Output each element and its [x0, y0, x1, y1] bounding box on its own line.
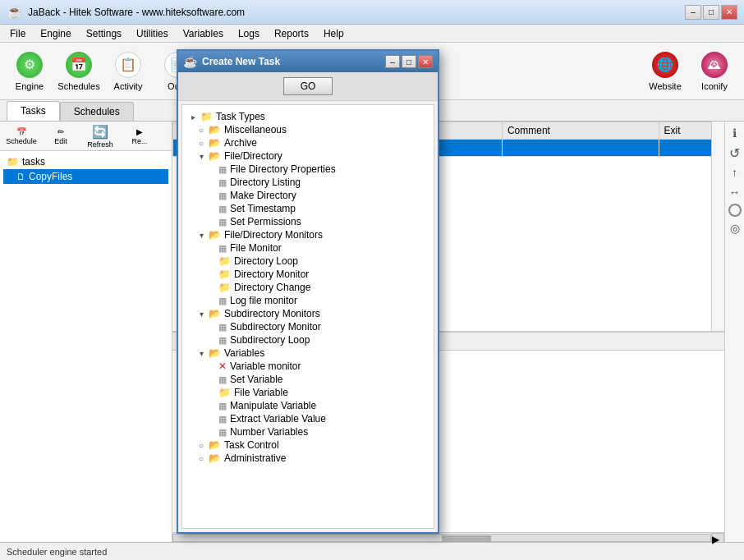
- folder-open-icon: 📂: [209, 150, 221, 162]
- tree-archive[interactable]: ○ 📂 Archive: [187, 136, 429, 149]
- expand-icon: ▸: [189, 112, 197, 122]
- tree-variable-monitor-label: Variable monitor: [230, 360, 301, 372]
- file-icon: ▦: [218, 243, 227, 254]
- file-icon: ▦: [218, 177, 227, 188]
- tree-dir-change-label: Directory Change: [234, 282, 310, 293]
- tree-file-dir-props-label: File Directory Properties: [230, 163, 336, 175]
- folder-open-icon: 📂: [209, 452, 221, 464]
- tree-file-variable[interactable]: 📁 File Variable: [187, 386, 429, 399]
- expand-icon: ○: [197, 441, 205, 450]
- tree-make-dir[interactable]: ▦ Make Directory: [187, 189, 429, 202]
- tree-manipulate-var-label: Manipulate Variable: [230, 400, 316, 411]
- tree-log-monitor[interactable]: ▦ Log file monitor: [187, 294, 429, 307]
- tree-number-vars-label: Number Variables: [230, 426, 308, 438]
- tree-subdir-monitors-label: Subdirectory Monitors: [224, 308, 320, 319]
- modal-title-text: Create New Task: [202, 56, 280, 67]
- file-icon: ▦: [218, 217, 227, 227]
- folder-open-icon: 📂: [209, 137, 221, 149]
- tree-set-timestamp[interactable]: ▦ Set Timestamp: [187, 202, 429, 215]
- folder-open-icon: 📂: [209, 308, 221, 319]
- tree-subdir-monitors[interactable]: ▾ 📂 Subdirectory Monitors: [187, 307, 429, 320]
- modal-title-left: ☕ Create New Task: [183, 55, 280, 68]
- file-yellow-icon: 📁: [218, 387, 231, 398]
- tree-extract-var-label: Extract Variable Value: [230, 413, 326, 425]
- tree-dir-loop[interactable]: 📁 Directory Loop: [187, 255, 429, 268]
- file-yellow-icon: 📁: [218, 255, 231, 267]
- tree-dir-monitor[interactable]: 📁 Directory Monitor: [187, 268, 429, 281]
- tree-subdir-monitor[interactable]: ▦ Subdirectory Monitor: [187, 320, 429, 333]
- folder-open-icon: 📂: [209, 229, 221, 241]
- tree-file-dir-props[interactable]: ▦ File Directory Properties: [187, 163, 429, 176]
- tree-set-variable-label: Set Variable: [230, 374, 282, 385]
- expand-icon: ▾: [197, 349, 205, 358]
- modal-java-icon: ☕: [183, 55, 197, 68]
- file-icon: ▦: [218, 374, 227, 385]
- expand-icon: ○: [197, 139, 205, 148]
- expand-icon: ▾: [197, 310, 205, 319]
- file-icon: ▦: [218, 322, 227, 333]
- tree-file-directory[interactable]: ▾ 📂 File/Directory: [187, 149, 429, 163]
- tree-extract-var[interactable]: ▦ Extract Variable Value: [187, 412, 429, 425]
- tree-variables-label: Variables: [224, 347, 264, 359]
- expand-icon: ○: [197, 454, 205, 463]
- modal-close-btn[interactable]: ✕: [418, 55, 433, 68]
- expand-icon: ▾: [197, 231, 205, 240]
- tree-administrative[interactable]: ○ 📂 Administrative: [187, 452, 429, 465]
- tree-dir-listing-label: Directory Listing: [230, 177, 301, 188]
- file-yellow-icon: 📁: [218, 269, 231, 280]
- tree-task-control-label: Task Control: [224, 439, 279, 451]
- modal-tree[interactable]: ▸ 📁 Task Types ○ 📂 Miscellaneous ○ 📂 Arc…: [181, 104, 434, 529]
- tree-variable-monitor[interactable]: ✕ Variable monitor: [187, 360, 429, 373]
- go-button[interactable]: GO: [283, 77, 333, 95]
- file-icon: ▦: [218, 335, 227, 346]
- tree-subdir-loop[interactable]: ▦ Subdirectory Loop: [187, 333, 429, 347]
- folder-open-icon: 📂: [209, 347, 221, 359]
- file-yellow-icon: 📁: [218, 282, 231, 293]
- expand-icon: ▾: [197, 152, 205, 161]
- tree-file-monitor[interactable]: ▦ File Monitor: [187, 241, 429, 255]
- modal-title-bar: ☕ Create New Task – □ ✕: [178, 51, 438, 72]
- tree-file-monitor-label: File Monitor: [230, 242, 282, 254]
- modal-overlay: ☕ Create New Task – □ ✕ GO ▸ 📁 Task Type…: [0, 0, 744, 560]
- tree-miscellaneous[interactable]: ○ 📂 Miscellaneous: [187, 123, 429, 136]
- tree-miscellaneous-label: Miscellaneous: [224, 124, 287, 135]
- file-icon: ▦: [218, 164, 227, 175]
- tree-file-directory-label: File/Directory: [224, 150, 282, 162]
- tree-administrative-label: Administrative: [224, 452, 286, 464]
- file-icon: ▦: [218, 296, 227, 306]
- tree-task-control[interactable]: ○ 📂 Task Control: [187, 438, 429, 452]
- tree-variables[interactable]: ▾ 📂 Variables: [187, 347, 429, 360]
- file-x-icon: ✕: [218, 360, 227, 372]
- tree-dir-listing[interactable]: ▦ Directory Listing: [187, 176, 429, 189]
- folder-open-icon: 📂: [209, 124, 221, 135]
- tree-set-perms[interactable]: ▦ Set Permissions: [187, 215, 429, 228]
- tree-file-dir-monitors-label: File/Directory Monitors: [224, 229, 323, 241]
- tree-task-types[interactable]: ▸ 📁 Task Types: [187, 110, 429, 123]
- tree-task-types-label: Task Types: [216, 111, 265, 122]
- tree-set-perms-label: Set Permissions: [230, 216, 301, 227]
- create-new-task-dialog: ☕ Create New Task – □ ✕ GO ▸ 📁 Task Type…: [177, 49, 439, 534]
- modal-minimize-btn[interactable]: –: [385, 55, 400, 68]
- tree-set-variable[interactable]: ▦ Set Variable: [187, 373, 429, 386]
- tree-subdir-loop-label: Subdirectory Loop: [230, 334, 310, 346]
- tree-dir-loop-label: Directory Loop: [234, 255, 298, 267]
- tree-subdir-monitor-label: Subdirectory Monitor: [230, 321, 321, 333]
- tree-number-vars[interactable]: ▦ Number Variables: [187, 425, 429, 438]
- file-icon: ▦: [218, 401, 227, 411]
- tree-manipulate-var[interactable]: ▦ Manipulate Variable: [187, 399, 429, 412]
- tree-log-monitor-label: Log file monitor: [230, 295, 297, 306]
- file-icon: ▦: [218, 427, 227, 438]
- folder-icon: 📁: [200, 111, 213, 122]
- file-icon: ▦: [218, 190, 227, 201]
- expand-icon: ○: [197, 126, 205, 135]
- tree-make-dir-label: Make Directory: [230, 190, 296, 201]
- tree-dir-monitor-label: Directory Monitor: [234, 269, 309, 280]
- modal-controls: – □ ✕: [385, 55, 433, 68]
- tree-archive-label: Archive: [224, 137, 257, 149]
- folder-open-icon: 📂: [209, 439, 221, 451]
- modal-maximize-btn[interactable]: □: [402, 55, 416, 68]
- modal-go-bar: GO: [178, 72, 438, 101]
- tree-file-dir-monitors[interactable]: ▾ 📂 File/Directory Monitors: [187, 228, 429, 241]
- file-icon: ▦: [218, 204, 227, 214]
- tree-dir-change[interactable]: 📁 Directory Change: [187, 281, 429, 294]
